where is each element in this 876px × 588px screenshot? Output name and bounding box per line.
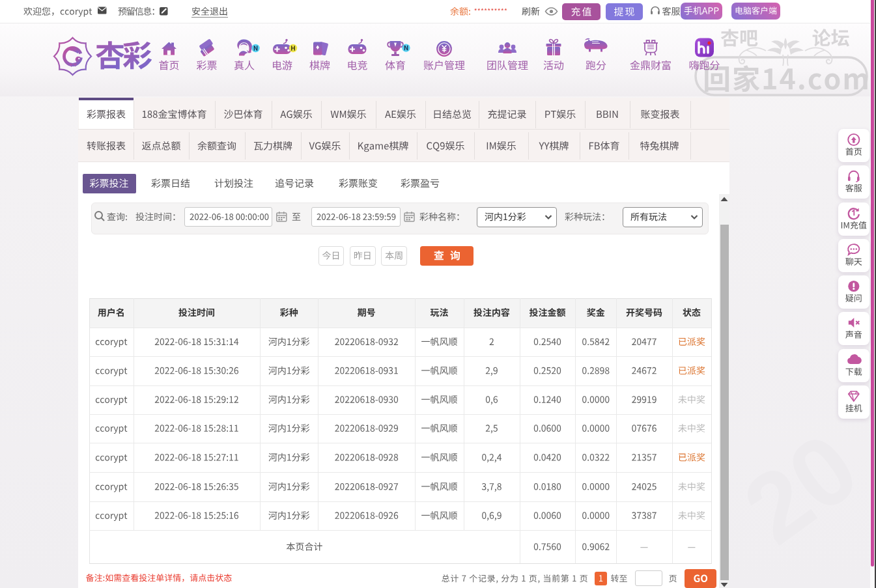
svg-text:20: 20 [725, 412, 876, 565]
